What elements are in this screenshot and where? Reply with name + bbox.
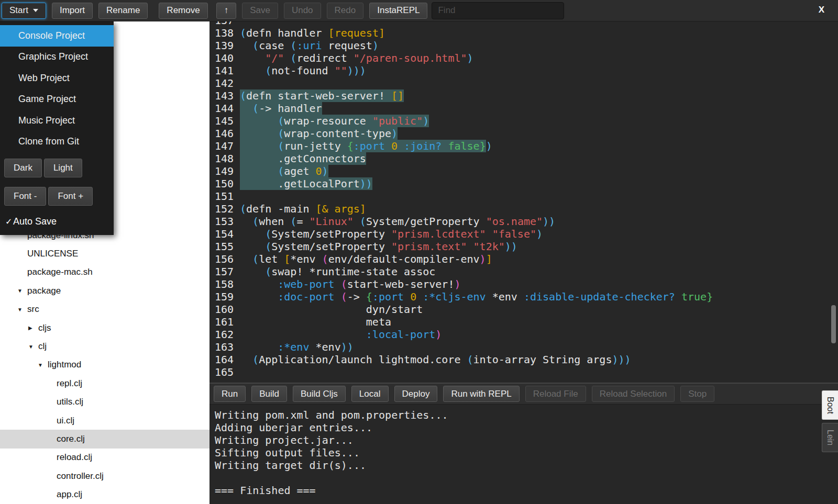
tree-item-reload-clj[interactable]: reload.clj — [0, 449, 210, 467]
console-line: Writing pom.xml and pom.properties... — [215, 409, 838, 421]
code-text[interactable]: (wrap-resource "public") — [240, 115, 429, 127]
undo-button[interactable]: Undo — [284, 3, 321, 19]
tree-item-controller-clj[interactable]: controller.clj — [0, 467, 210, 485]
code-text[interactable]: (Application/launch lightmod.core (into-… — [240, 353, 631, 366]
save-button[interactable]: Save — [242, 3, 278, 19]
menu-item-web-project[interactable]: Web Project — [0, 68, 114, 89]
find-input[interactable] — [432, 2, 564, 19]
tree-item-ui-clj[interactable]: ui.clj — [0, 411, 210, 430]
dark-theme-button[interactable]: Dark — [4, 159, 42, 177]
build-button[interactable]: Build — [251, 386, 287, 402]
code-text[interactable]: (wrap-content-type) — [240, 127, 398, 140]
caret-down-icon[interactable]: ▼ — [17, 288, 27, 294]
console-line — [215, 472, 838, 484]
code-text[interactable]: (when (= "Linux" (System/getProperty "os… — [240, 215, 555, 228]
code-text[interactable]: (case (:uri request) — [240, 39, 379, 52]
line-number: 148 — [210, 152, 240, 165]
code-text[interactable]: (defn handler [request] — [240, 27, 385, 39]
auto-save-item[interactable]: ✓ Auto Save — [0, 211, 114, 232]
tree-item-label: lightmod — [48, 360, 81, 370]
tree-item-package-mac-sh[interactable]: package-mac.sh — [0, 263, 210, 282]
menu-item-graphics-project[interactable]: Graphics Project — [0, 47, 114, 68]
code-text[interactable]: :doc-port (-> {:port 0 :*cljs-env *env :… — [240, 290, 713, 303]
tree-item-lightmod[interactable]: ▼lightmod — [0, 356, 210, 374]
code-text[interactable]: (System/setProperty "prism.text" "t2k")) — [240, 240, 517, 253]
reload-file-button[interactable]: Reload File — [525, 386, 586, 402]
font-increase-button[interactable]: Font + — [48, 187, 93, 206]
code-text[interactable]: (System/setProperty "prism.lcdtext" "fal… — [240, 228, 543, 240]
code-text[interactable]: (-> handler — [240, 102, 322, 115]
check-icon: ✓ — [0, 217, 13, 227]
tab-lein[interactable]: Lein — [822, 423, 838, 452]
code-text[interactable]: (defn -main [& args] — [240, 203, 366, 215]
code-text[interactable]: (let [*env (env/default-compiler-env)] — [240, 253, 492, 265]
tree-item-utils-clj[interactable]: utils.clj — [0, 393, 210, 411]
line-number: 159 — [210, 290, 240, 303]
tree-item-app-clj[interactable]: app.clj — [0, 485, 210, 503]
remove-button[interactable]: Remove — [159, 3, 207, 19]
caret-down-icon[interactable]: ▼ — [38, 362, 48, 368]
code-text[interactable]: .getLocalPort)) — [240, 177, 372, 190]
menu-item-music-project[interactable]: Music Project — [0, 110, 114, 131]
tree-item-unlicense[interactable]: UNLICENSE — [0, 244, 210, 263]
line-number: 158 — [210, 278, 240, 290]
menu-item-console-project[interactable]: Console Project — [0, 25, 114, 47]
console-line: Sifting output files... — [215, 446, 838, 459]
run-button[interactable]: Run — [214, 386, 246, 402]
menu-item-game-project[interactable]: Game Project — [0, 89, 114, 110]
tree-item-package[interactable]: ▼package — [0, 282, 210, 300]
rename-button[interactable]: Rename — [98, 3, 148, 19]
code-text[interactable]: (aget 0) — [240, 165, 328, 177]
stop-button[interactable]: Stop — [680, 386, 714, 402]
tab-boot[interactable]: Boot — [822, 390, 838, 420]
code-text[interactable]: (run-jetty {:port 0 :join? false}) — [240, 140, 492, 152]
code-text[interactable]: dyn/start — [240, 303, 423, 316]
line-number: 162 — [210, 328, 240, 341]
close-button[interactable]: X — [819, 5, 824, 15]
code-text[interactable]: (not-found ""))) — [240, 64, 366, 77]
code-line: 161 meta — [210, 316, 713, 328]
caret-right-icon[interactable]: ▶ — [28, 325, 38, 331]
caret-down-icon[interactable]: ▼ — [17, 307, 27, 312]
tree-item-core-clj[interactable]: core.clj — [0, 430, 210, 448]
code-editor[interactable]: 137138(defn handler [request]139 (case (… — [210, 21, 838, 383]
tree-item-cljs[interactable]: ▶cljs — [0, 319, 210, 337]
code-text[interactable]: (swap! *runtime-state assoc — [240, 265, 435, 278]
console-line: Writing target dir(s)... — [215, 459, 838, 472]
code-text[interactable]: meta — [240, 316, 391, 328]
code-line: 144 (-> handler — [210, 102, 713, 115]
start-button-label: Start — [9, 5, 28, 16]
light-theme-button[interactable]: Light — [44, 159, 82, 177]
tree-item-src[interactable]: ▼src — [0, 300, 210, 319]
instarepl-button[interactable]: InstaREPL — [369, 3, 427, 19]
code-text[interactable]: :local-port) — [240, 328, 442, 341]
file-tree: package-linux.shUNLICENSEpackage-mac.sh▼… — [0, 226, 210, 504]
console-output[interactable]: Writing pom.xml and pom.properties...Add… — [210, 405, 838, 497]
build-tool-tabs: BootLein — [822, 390, 838, 455]
reload-selection-button[interactable]: Reload Selection — [592, 386, 675, 402]
code-text[interactable]: .getConnectors — [240, 152, 366, 165]
build-cljs-button[interactable]: Build Cljs — [293, 386, 346, 402]
menu-item-clone-from-git[interactable]: Clone from Git — [0, 131, 114, 153]
local-button[interactable]: Local — [351, 386, 389, 402]
code-text[interactable]: :*env *env)) — [240, 341, 354, 353]
arrow-up-icon: ↑ — [224, 5, 229, 16]
code-text[interactable]: (defn start-web-server! [] — [240, 89, 404, 102]
font-decrease-button[interactable]: Font - — [4, 187, 46, 206]
tree-item-repl-clj[interactable]: repl.clj — [0, 374, 210, 393]
up-button[interactable]: ↑ — [216, 3, 237, 19]
deploy-button[interactable]: Deploy — [394, 386, 438, 402]
tree-item-label: app.clj — [57, 489, 82, 500]
import-button[interactable]: Import — [52, 3, 93, 19]
code-text[interactable]: :web-port (start-web-server!) — [240, 278, 460, 290]
caret-down-icon[interactable]: ▼ — [28, 344, 38, 350]
run-with-repl-button[interactable]: Run with REPL — [443, 386, 519, 402]
tree-item-clj[interactable]: ▼clj — [0, 337, 210, 355]
redo-button[interactable]: Redo — [327, 3, 364, 19]
line-number: 144 — [210, 102, 240, 115]
code-line: 145 (wrap-resource "public") — [210, 115, 713, 127]
editor-scrollbar-thumb[interactable] — [831, 305, 836, 343]
start-button[interactable]: Start — [2, 3, 46, 19]
code-text[interactable]: "/" (redirect "/paren-soup.html") — [240, 52, 473, 64]
code-line: 139 (case (:uri request) — [210, 39, 713, 52]
